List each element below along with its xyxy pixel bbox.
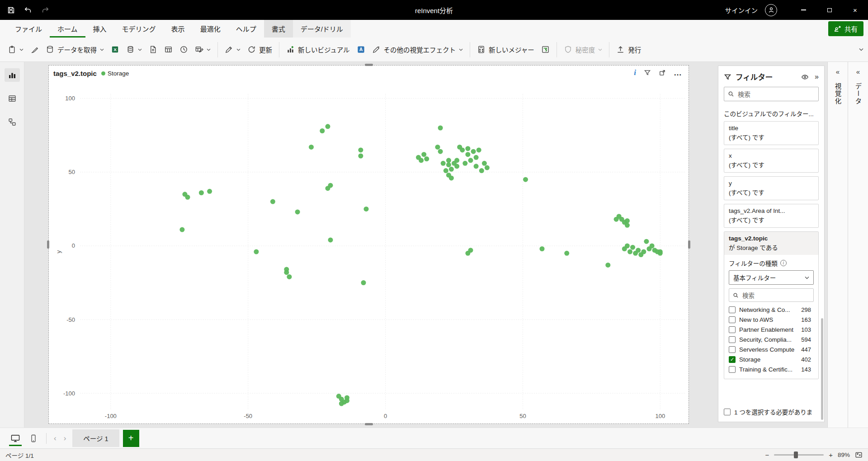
filter-option-partner-enablement[interactable]: Partner Enablement103 [729,325,814,334]
filter-card-title[interactable]: title(すべて) です [724,121,819,145]
filter-value-search-input[interactable]: 検索 [729,288,814,302]
refresh-button[interactable]: 更新 [244,42,275,57]
dataverse-button[interactable] [161,42,176,57]
report-page[interactable]: tags_v2.topic Storage i … -100-500501001… [49,66,689,423]
fit-to-page-icon[interactable] [855,451,863,459]
enter-data-button[interactable] [146,42,160,57]
zoom-out-button[interactable]: − [765,451,769,459]
get-data-button[interactable]: データを取得 [42,42,107,57]
ribbon-tab-format[interactable]: 書式 [264,20,293,38]
visualizations-pane-collapsed[interactable]: « 視覚化 [827,62,848,428]
ribbon-tab-optimize[interactable]: 最適化 [193,20,228,38]
database-icon [46,45,54,54]
checkbox-unchecked[interactable] [729,306,736,313]
paste-button[interactable] [5,42,27,57]
recent-sources-button[interactable] [176,42,191,57]
mobile-layout-button[interactable] [24,430,42,447]
new-page-button[interactable]: + [123,430,139,447]
filter-option-new-to-aws[interactable]: New to AWS163 [729,315,814,325]
filter-card-tags-v2-topic[interactable]: tags_v2.topic が Storage である フィルターの種類 i 基… [724,231,819,379]
option-label: Storage [739,356,797,363]
share-button[interactable]: 共有 [828,21,863,36]
filter-option-training-certific[interactable]: Training & Certific...143 [729,364,814,374]
account-avatar-icon[interactable] [765,4,777,16]
right-rail: « 視覚化 « データ [827,62,868,428]
scatter-chart[interactable]: -100-50050100100500-50-100y [49,66,689,423]
filter-funnel-icon[interactable] [644,69,651,76]
require-single-checkbox[interactable] [724,409,731,415]
save-icon[interactable] [7,6,15,14]
minimize-button[interactable] [791,0,816,20]
publish-button[interactable]: 発行 [613,42,644,57]
new-visual-button[interactable]: 新しいビジュアル [283,42,353,57]
pen-tool-button[interactable] [222,42,244,57]
checkbox-unchecked[interactable] [729,316,736,323]
more-options-icon[interactable]: … [674,71,682,75]
filter-state: (すべて) です [724,159,818,172]
expand-pane-icon[interactable]: « [856,68,860,75]
ribbon-tab-help[interactable]: ヘルプ [228,20,264,38]
transform-data-button[interactable] [192,42,214,57]
ribbon-tab-home[interactable]: ホーム [50,20,85,38]
table-view-button[interactable] [5,92,20,105]
require-single-selection-row[interactable]: 1 つを選択する必要がありま [724,402,819,416]
filter-option-serverless-compute[interactable]: Serverless Compute447 [729,344,814,354]
desktop-layout-button[interactable] [6,430,24,447]
option-label: Partner Enablement [739,326,797,333]
filter-card-header[interactable]: tags_v2.topic が Storage である [724,232,818,255]
page-tab[interactable]: ページ 1 [72,429,119,447]
filter-option-storage[interactable]: Storage402 [729,354,814,364]
checkbox-unchecked[interactable] [729,346,736,353]
filters-pane-scrollbar[interactable] [821,318,823,420]
data-pane-collapsed[interactable]: « データ [848,62,868,428]
ribbon-tab-data-drill[interactable]: データ/ドリル [293,20,351,38]
checkbox-unchecked[interactable] [729,326,736,333]
zoom-in-button[interactable]: + [829,451,833,459]
text-box-button[interactable]: A [354,42,368,57]
option-label: New to AWS [739,316,797,323]
sign-in-button[interactable]: サインイン [725,5,758,15]
format-painter-button[interactable] [27,42,42,57]
close-button[interactable]: × [842,0,868,20]
eye-icon[interactable] [801,73,809,81]
new-measure-button[interactable]: 新しいメジャー [474,42,538,57]
more-visuals-button[interactable]: その他の視覚エフェクト [369,42,467,57]
zoom-slider[interactable] [774,454,824,456]
filter-card-y[interactable]: y(すべて) です [724,176,819,200]
info-icon[interactable]: i [780,260,787,266]
legend: Storage [101,70,129,77]
report-view-button[interactable] [5,68,20,82]
y-tick-label: -100 [63,390,75,397]
ribbon-tab-insert[interactable]: 挿入 [85,20,114,38]
toolbar-separator [217,42,218,57]
info-icon[interactable]: i [634,68,636,77]
filter-type-label: フィルターの種類 i [729,259,814,268]
filter-search-input[interactable]: 検索 [724,87,819,101]
filter-option-security-complia[interactable]: Security, Complia...594 [729,334,814,344]
filter-card-list: title(すべて) ですx(すべて) ですy(すべて) ですtags_v2.A… [718,121,824,228]
expand-pane-icon[interactable]: « [836,68,840,75]
collapse-pane-icon[interactable]: » [815,73,819,80]
checkbox-unchecked[interactable] [729,336,736,343]
checkbox-checked[interactable] [729,356,736,363]
filter-type-dropdown[interactable]: 基本フィルター [729,270,814,285]
report-canvas[interactable]: tags_v2.topic Storage i … -100-500501001… [24,62,714,428]
ribbon-tab-file[interactable]: ファイル [7,20,50,38]
ribbon-tab-modeling[interactable]: モデリング [114,20,164,38]
ribbon-tab-view[interactable]: 表示 [164,20,193,38]
quick-measure-button[interactable] [538,42,553,57]
excel-workbook-button[interactable]: X [108,42,123,57]
toolbar-overflow-chevron-icon[interactable] [859,48,863,51]
filter-card-x[interactable]: x(すべて) です [724,149,819,173]
checkbox-unchecked[interactable] [729,366,736,373]
sql-server-button[interactable] [123,42,145,57]
undo-icon[interactable] [24,6,32,14]
zoom-slider-thumb[interactable] [794,452,798,458]
model-view-button[interactable] [5,115,20,129]
filter-card-tags-v2-area-of-int[interactable]: tags_v2.Area of Int...(すべて) です [724,204,819,228]
toolbar-separator [470,42,470,57]
focus-mode-icon[interactable] [659,69,666,76]
y-axis-title: y [55,250,62,253]
filter-option-networking-co[interactable]: Networking & Co...298 [729,305,814,315]
maximize-button[interactable] [816,0,842,20]
